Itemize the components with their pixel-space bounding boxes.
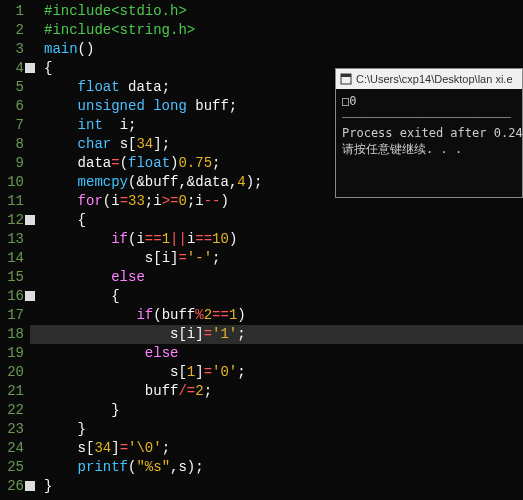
line-number: 21 (2, 382, 24, 401)
line-number: 14 (2, 249, 24, 268)
code-line[interactable]: if(i==1||i==10) (44, 230, 523, 249)
gutter: 1234567891011121314151617181920212223242… (0, 0, 30, 500)
line-number: 11 (2, 192, 24, 211)
code-line[interactable]: #include<string.h> (44, 21, 523, 40)
line-number: 9 (2, 154, 24, 173)
line-number: 10 (2, 173, 24, 192)
console-separator: ——————————————————————————— (342, 110, 510, 124)
line-number: 15 (2, 268, 24, 287)
console-window[interactable]: C:\Users\cxp14\Desktop\lan xi.e □0 —————… (335, 68, 523, 198)
code-line[interactable]: #include<stdio.h> (44, 2, 523, 21)
line-number: 1 (2, 2, 24, 21)
line-number: 2 (2, 21, 24, 40)
line-number: 26 (2, 477, 24, 496)
line-number: 4 (2, 59, 24, 78)
line-number: 13 (2, 230, 24, 249)
line-number: 16 (2, 287, 24, 306)
line-number: 22 (2, 401, 24, 420)
code-line[interactable]: buff/=2; (44, 382, 523, 401)
line-number: 18 (2, 325, 24, 344)
console-title-text: C:\Users\cxp14\Desktop\lan xi.e (356, 73, 513, 85)
code-line[interactable]: main() (44, 40, 523, 59)
line-number: 17 (2, 306, 24, 325)
console-line: Process exited after 0.2408 (342, 126, 523, 140)
line-number: 24 (2, 439, 24, 458)
console-line: 请按任意键继续. . . (342, 142, 462, 156)
console-titlebar[interactable]: C:\Users\cxp14\Desktop\lan xi.e (336, 69, 522, 89)
line-number: 6 (2, 97, 24, 116)
code-line[interactable]: } (44, 401, 523, 420)
console-output[interactable]: □0 ——————————————————————————— Process e… (336, 89, 522, 197)
code-line[interactable]: { (44, 211, 523, 230)
line-number: 5 (2, 78, 24, 97)
code-line[interactable]: { (44, 287, 523, 306)
line-number: 23 (2, 420, 24, 439)
line-number: 19 (2, 344, 24, 363)
console-line: □0 (342, 94, 356, 108)
code-line[interactable]: s[34]='\0'; (44, 439, 523, 458)
code-line[interactable]: } (44, 420, 523, 439)
code-line[interactable]: s[i]='-'; (44, 249, 523, 268)
code-line[interactable]: else (44, 268, 523, 287)
svg-rect-1 (341, 74, 351, 77)
line-number: 8 (2, 135, 24, 154)
code-line[interactable]: if(buff%2==1) (44, 306, 523, 325)
console-icon (340, 73, 352, 85)
code-line[interactable]: s[1]='0'; (44, 363, 523, 382)
line-number: 7 (2, 116, 24, 135)
code-line[interactable]: else (44, 344, 523, 363)
line-number: 25 (2, 458, 24, 477)
code-line[interactable]: printf("%s",s); (44, 458, 523, 477)
line-number: 12 (2, 211, 24, 230)
line-number: 20 (2, 363, 24, 382)
line-number: 3 (2, 40, 24, 59)
code-line[interactable]: } (44, 477, 523, 496)
